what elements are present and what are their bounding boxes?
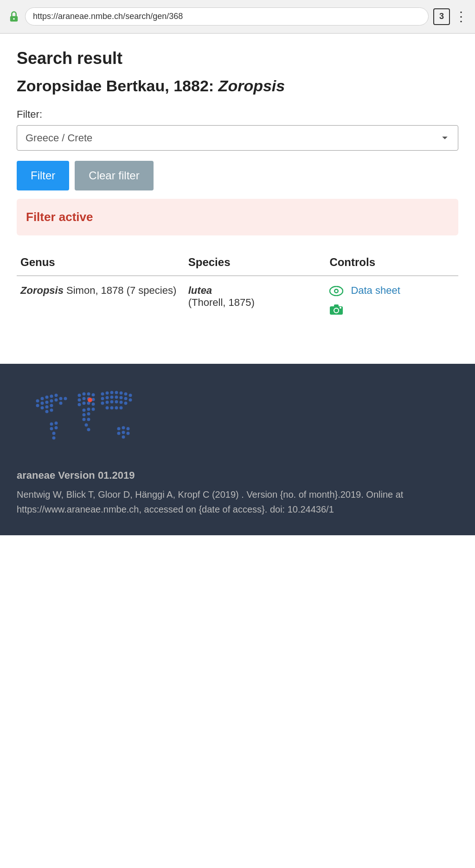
svg-point-26 (59, 401, 63, 405)
svg-point-73 (120, 400, 123, 404)
svg-point-11 (41, 397, 44, 400)
svg-point-58 (115, 391, 118, 394)
svg-point-12 (45, 395, 49, 399)
svg-point-52 (87, 418, 90, 421)
svg-point-36 (87, 392, 90, 395)
svg-point-77 (115, 406, 118, 409)
results-table: Genus Species Controls Zoropsis Simon, 1… (17, 250, 458, 327)
svg-point-70 (106, 400, 109, 404)
svg-point-4 (335, 290, 338, 292)
genus-cell: Zoropsis Simon, 1878 (7 species) (17, 276, 185, 327)
species-author: (Thorell, 1875) (188, 297, 255, 308)
svg-point-14 (55, 393, 58, 397)
world-map (17, 382, 147, 456)
svg-point-1 (13, 18, 15, 19)
svg-point-64 (110, 395, 114, 399)
svg-point-67 (124, 397, 128, 400)
svg-point-62 (101, 397, 104, 400)
url-bar[interactable]: https://araneae.nmbe.ch/search/gen/368 (25, 7, 429, 25)
svg-point-60 (124, 392, 128, 395)
table-row: Zoropsis Simon, 1878 (7 species) lutea (… (17, 276, 458, 327)
browser-chrome: https://araneae.nmbe.ch/search/gen/368 3… (0, 0, 475, 33)
svg-point-37 (92, 393, 95, 396)
svg-point-45 (92, 402, 95, 405)
camera-icon[interactable] (329, 303, 343, 318)
svg-point-16 (45, 400, 49, 404)
species-cell: lutea (Thorell, 1875) (185, 276, 326, 327)
svg-point-13 (50, 394, 53, 398)
svg-point-49 (83, 413, 86, 416)
controls-text: Data sheet (351, 285, 400, 297)
svg-point-86 (88, 398, 92, 402)
filter-label: Filter: (17, 108, 458, 120)
eye-icon[interactable] (329, 285, 343, 299)
table-header-row: Genus Species Controls (17, 250, 458, 276)
svg-point-50 (87, 412, 90, 415)
col-controls-header: Controls (326, 250, 458, 276)
svg-point-61 (129, 393, 132, 397)
svg-point-59 (120, 391, 123, 394)
svg-point-39 (83, 397, 86, 400)
col-species-header: Species (185, 250, 326, 276)
filter-dropdown[interactable]: Greece / Crete All regions Europe Medite… (17, 125, 458, 151)
svg-point-53 (85, 423, 88, 426)
svg-point-31 (55, 426, 58, 429)
svg-point-30 (50, 427, 53, 430)
svg-point-51 (83, 418, 86, 421)
svg-rect-8 (334, 304, 339, 307)
footer: araneae Version 01.2019 Nentwig W, Blick… (0, 364, 475, 535)
svg-point-9 (340, 307, 341, 309)
svg-point-21 (45, 405, 49, 408)
svg-point-63 (106, 396, 109, 399)
result-heading-italic: Zoropsis (218, 77, 285, 95)
svg-point-7 (334, 309, 338, 312)
svg-point-25 (59, 397, 63, 400)
filter-button[interactable]: Filter (17, 161, 69, 190)
svg-point-57 (110, 391, 114, 394)
svg-point-32 (52, 431, 56, 435)
browser-menu-button[interactable]: ⋮ (455, 9, 468, 24)
svg-point-48 (92, 407, 95, 411)
genus-author: Simon, 1878 (7 species) (66, 285, 176, 296)
svg-point-34 (78, 393, 81, 397)
svg-point-23 (45, 410, 49, 413)
svg-point-66 (120, 396, 123, 399)
svg-point-38 (78, 398, 81, 401)
tab-count-badge[interactable]: 3 (433, 8, 450, 25)
svg-point-22 (50, 404, 53, 407)
filter-active-text: Filter active (26, 210, 93, 224)
genus-name: Zoropsis (20, 285, 64, 296)
svg-point-17 (50, 399, 53, 402)
svg-point-56 (106, 391, 109, 394)
lock-icon (7, 10, 20, 23)
svg-point-82 (117, 431, 121, 435)
svg-point-74 (124, 401, 128, 405)
svg-point-24 (50, 408, 53, 412)
svg-point-35 (83, 392, 86, 395)
species-name: lutea (188, 285, 212, 296)
svg-point-71 (110, 400, 114, 403)
svg-point-29 (55, 421, 58, 424)
svg-point-47 (87, 407, 90, 411)
svg-point-79 (117, 427, 121, 430)
svg-point-69 (101, 401, 104, 405)
page-title: Search result (17, 49, 458, 68)
svg-point-80 (122, 426, 125, 429)
clear-filter-button[interactable]: Clear filter (75, 161, 153, 190)
result-heading-plain: Zoropsidae Bertkau, 1882: (17, 77, 218, 95)
svg-point-65 (115, 395, 118, 399)
svg-point-72 (115, 400, 118, 403)
controls-icons (329, 285, 343, 318)
svg-point-75 (106, 406, 109, 409)
svg-point-10 (36, 399, 39, 402)
data-sheet-link[interactable]: Data sheet (351, 285, 400, 297)
svg-point-55 (101, 392, 104, 395)
svg-point-54 (87, 428, 90, 431)
main-content: Search result Zoropsidae Bertkau, 1882: … (0, 34, 475, 364)
filter-active-box: Filter active (17, 199, 458, 235)
svg-point-81 (127, 427, 130, 430)
svg-point-33 (52, 436, 56, 439)
svg-point-85 (122, 435, 125, 438)
svg-point-43 (83, 401, 86, 405)
svg-point-27 (64, 397, 67, 400)
